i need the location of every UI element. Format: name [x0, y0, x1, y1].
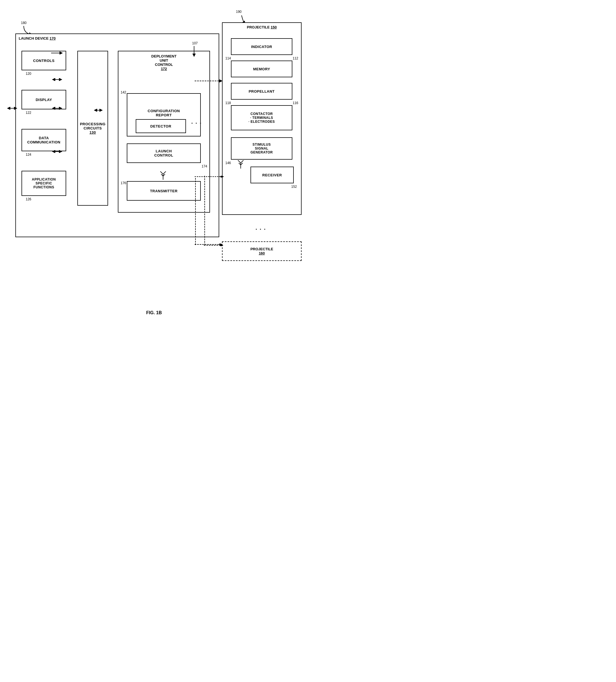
indicator-ref: 114: [225, 56, 231, 60]
propellant-box: PROPELLANT: [231, 83, 292, 99]
transmitter-to-receiver-arrow: [195, 176, 225, 178]
svg-line-7: [241, 160, 243, 163]
detector-label: DETECTOR: [150, 124, 171, 128]
svg-line-4: [163, 174, 165, 176]
propellant-ref: 118: [225, 101, 231, 105]
display-label: DISPLAY: [36, 98, 52, 102]
transmitter-down-dashed: [204, 176, 205, 246]
stimulus-ref: 146: [225, 161, 231, 165]
svg-line-8: [239, 163, 241, 165]
fig-title: FIG. 1B: [146, 310, 162, 315]
projectile-160-ref: 160: [259, 251, 265, 255]
transmitter-to-p160-dashed-vert: [195, 178, 196, 245]
projectile-160-box: PROJECTILE 160: [222, 242, 302, 261]
transmitter-box: TRANSMITTER: [127, 181, 201, 201]
pc-to-display-arrow: [51, 78, 64, 81]
deployment-unit-ref: 172: [161, 67, 167, 71]
app-specific-box: APPLICATION SPECIFIC FUNCTIONS: [22, 171, 66, 196]
processing-circuits-box: PROCESSING CIRCUITS 130: [78, 51, 108, 206]
contactor-ref: 116: [293, 101, 298, 105]
transmitter-ref: 176: [120, 181, 126, 185]
indicator-box: INDICATOR: [231, 38, 292, 55]
data-comm-ref: 124: [26, 153, 31, 157]
data-comm-ext-arrow: [6, 107, 19, 110]
pc-to-duc-arrow: [93, 109, 104, 112]
svg-line-3: [161, 174, 163, 176]
launch-device-box: LAUNCH DEVICE 170 CONTROLS 120 DISPLAY 1…: [15, 33, 219, 237]
memory-ref-112: 112: [293, 56, 298, 60]
display-box: DISPLAY: [22, 90, 66, 109]
receiver-ref: 152: [291, 185, 297, 189]
data-comm-label: DATA COMMUNICATION: [27, 136, 61, 144]
transmitter-antenna-icon: [159, 171, 167, 181]
ref-107-arrow: [187, 45, 201, 57]
app-specific-label: APPLICATION SPECIFIC FUNCTIONS: [32, 178, 56, 189]
to-p160-horiz: [204, 245, 225, 246]
duc-142-ref: 142: [120, 90, 126, 94]
display-ref: 122: [26, 111, 31, 115]
launch-device-label: LAUNCH DEVICE 170: [19, 36, 56, 41]
svg-line-1: [160, 171, 163, 174]
diagram: 180 190 LAUNCH DEVICE 170 CONTROLS 120 D…: [0, 0, 308, 321]
fig-caption: FIG. 1B: [0, 310, 308, 315]
processing-circuits-label: PROCESSING CIRCUITS: [80, 122, 106, 130]
svg-line-2: [163, 171, 166, 174]
propellant-label: PROPELLANT: [248, 89, 274, 93]
svg-line-6: [238, 160, 241, 163]
indicator-label: INDICATOR: [251, 45, 272, 49]
processing-circuits-ref: 130: [89, 130, 96, 135]
config-report-label: CONFIGURATION REPORT: [148, 109, 180, 117]
projectile-150-label: PROJECTILE 150: [247, 25, 277, 29]
projectile-160-label: PROJECTILE: [250, 247, 273, 251]
dots-ellipsis-right: · · ·: [256, 226, 266, 232]
launch-control-box: LAUNCH CONTROL: [127, 143, 201, 163]
controls-to-pc-arrow: [51, 52, 64, 54]
duc-to-memory-arrow: [195, 79, 224, 82]
receiver-label: RECEIVER: [262, 173, 282, 177]
detector-box: DETECTOR: [136, 119, 186, 133]
transmitter-label: TRANSMITTER: [150, 189, 178, 193]
launch-control-ref: 174: [202, 164, 207, 168]
stimulus-label: STIMULUS SIGNAL GENERATOR: [250, 143, 273, 154]
receiver-box: RECEIVER: [250, 166, 294, 183]
memory-label: MEMORY: [253, 67, 270, 71]
contactor-box: CONTACTOR · TERMINALS · ELECTRODES: [231, 105, 292, 130]
config-report-box: CONFIGURATION REPORT 143 DETECTOR: [127, 93, 201, 136]
controls-ref: 120: [26, 72, 31, 76]
stimulus-antenna-icon: [237, 160, 245, 170]
projectile-150-box: PROJECTILE 150 INDICATOR 114 112 MEMORY …: [222, 22, 302, 215]
data-comm-to-pc-arrow: [51, 107, 64, 110]
launch-device-ref: 170: [50, 36, 56, 41]
dots-ellipsis-duc: · · ·: [191, 120, 202, 127]
app-specific-ref: 126: [26, 197, 31, 201]
ref-180: 180: [21, 21, 26, 25]
ref-190: 190: [236, 10, 242, 14]
app-to-pc-arrow: [51, 150, 64, 153]
memory-box: MEMORY: [231, 61, 292, 77]
data-comm-box: DATA COMMUNICATION: [22, 129, 66, 151]
stimulus-box: STIMULUS SIGNAL GENERATOR: [231, 137, 292, 160]
contactor-label: CONTACTOR · TERMINALS · ELECTRODES: [248, 112, 275, 123]
launch-control-label: LAUNCH CONTROL: [154, 149, 173, 157]
svg-line-9: [241, 163, 243, 165]
controls-label: CONTROLS: [33, 59, 55, 63]
